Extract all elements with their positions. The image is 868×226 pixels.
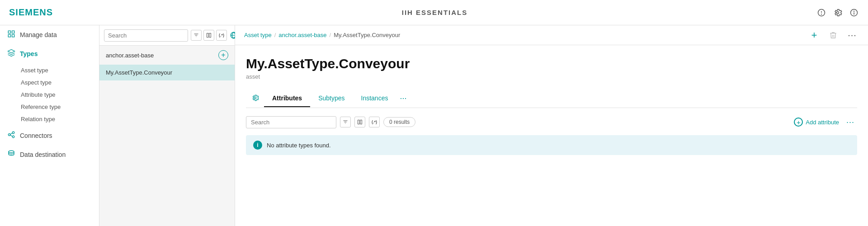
middle-search-input[interactable] xyxy=(104,29,188,42)
notification-icon[interactable] xyxy=(816,8,826,18)
svg-point-16 xyxy=(9,151,14,153)
tree-item-anchor-text: anchor.asset-base xyxy=(106,52,154,59)
breadcrumb-anchor[interactable]: anchor.asset-base xyxy=(278,32,326,38)
svg-rect-8 xyxy=(12,31,14,33)
info-banner: i No attribute types found. xyxy=(246,135,857,155)
types-label: Types xyxy=(20,50,38,57)
middle-panel: (.*) anchor.asset-base + My.AssetType.Co… xyxy=(99,25,235,226)
add-attribute-label: Add attribute xyxy=(806,119,839,126)
content-search-right: + Add attribute ··· xyxy=(794,115,857,129)
add-button[interactable]: + xyxy=(807,28,821,42)
sidebar-item-aspect-type[interactable]: Aspect type xyxy=(0,75,99,88)
tree-item-anchor-add-btn[interactable]: + xyxy=(218,50,228,60)
svg-point-6 xyxy=(854,11,854,11)
connectors-label: Connectors xyxy=(20,132,52,139)
content-area: Asset type / anchor.asset-base / My.Asse… xyxy=(235,25,868,226)
svg-rect-21 xyxy=(209,33,211,38)
siemens-logo: SIEMENS xyxy=(9,7,53,18)
tab-attributes[interactable]: Attributes xyxy=(264,90,310,107)
info-banner-icon: i xyxy=(253,141,262,150)
main-layout: Manage data Types Asset type Aspect type… xyxy=(0,25,868,226)
manage-data-icon xyxy=(7,30,15,40)
sidebar-item-attribute-type[interactable]: Attribute type xyxy=(0,88,99,100)
more-options-button[interactable]: ··· xyxy=(845,28,859,42)
topbar: SIEMENS IIH ESSENTIALS xyxy=(0,0,868,25)
svg-point-2 xyxy=(821,14,822,14)
svg-point-11 xyxy=(8,134,10,136)
content-filter-btn[interactable] xyxy=(340,117,351,127)
asset-subtitle: asset xyxy=(246,73,857,80)
svg-rect-9 xyxy=(8,35,10,37)
content-regex-btn[interactable]: (.*) xyxy=(369,117,380,127)
sidebar-item-connectors[interactable]: Connectors xyxy=(0,126,99,145)
settings-icon[interactable] xyxy=(833,8,843,18)
manage-data-label: Manage data xyxy=(20,31,57,38)
svg-point-12 xyxy=(12,132,14,134)
breadcrumb-current: My.AssetType.Conveyour xyxy=(334,32,400,38)
svg-rect-29 xyxy=(360,120,362,124)
columns-icon-btn[interactable] xyxy=(203,30,214,41)
svg-rect-7 xyxy=(8,31,10,33)
svg-point-24 xyxy=(254,97,256,99)
middle-search-icons: (.*) xyxy=(191,30,227,41)
content-search-left: (.*) 0 results xyxy=(246,116,415,128)
tree-item-conveyour[interactable]: My.AssetType.Conveyour xyxy=(99,65,235,80)
connectors-icon xyxy=(7,131,15,141)
sidebar-item-types[interactable]: Types xyxy=(0,44,99,63)
breadcrumb-asset-type[interactable]: Asset type xyxy=(244,32,272,38)
add-attribute-button[interactable]: + Add attribute xyxy=(794,118,839,127)
filter-icon-btn[interactable] xyxy=(191,30,202,41)
svg-rect-10 xyxy=(12,35,14,37)
breadcrumb-sep-1: / xyxy=(274,32,276,38)
svg-point-13 xyxy=(12,136,14,138)
breadcrumb-actions: + ··· xyxy=(807,28,859,42)
delete-button[interactable] xyxy=(826,28,840,42)
svg-rect-28 xyxy=(358,120,360,124)
info-circle-icon[interactable] xyxy=(849,8,859,18)
middle-search-bar: (.*) xyxy=(99,25,235,46)
svg-line-14 xyxy=(10,133,13,134)
breadcrumb: Asset type / anchor.asset-base / My.Asse… xyxy=(244,32,400,38)
svg-point-3 xyxy=(837,11,839,14)
content-search-row: (.*) 0 results + Add attribute ··· xyxy=(246,115,857,129)
tab-subtypes[interactable]: Subtypes xyxy=(310,90,353,107)
sidebar: Manage data Types Asset type Aspect type… xyxy=(0,25,99,226)
sidebar-item-relation-type[interactable]: Relation type xyxy=(0,112,99,124)
data-destination-icon xyxy=(7,150,15,160)
sidebar-item-reference-type[interactable]: Reference type xyxy=(0,100,99,112)
regex-icon-btn[interactable]: (.*) xyxy=(216,30,227,41)
tab-gear-icon[interactable] xyxy=(246,89,264,108)
svg-rect-20 xyxy=(207,33,209,38)
tree-item-anchor[interactable]: anchor.asset-base + xyxy=(99,46,235,65)
svg-line-15 xyxy=(10,135,13,137)
info-banner-message: No attribute types found. xyxy=(267,142,331,149)
sidebar-item-data-destination[interactable]: Data destination xyxy=(0,145,99,164)
tree-item-conveyour-text: My.AssetType.Conveyour xyxy=(106,69,172,76)
tabs-row: Attributes Subtypes Instances ··· xyxy=(246,89,857,108)
breadcrumb-bar: Asset type / anchor.asset-base / My.Asse… xyxy=(235,25,868,45)
content-more-btn[interactable]: ··· xyxy=(844,115,857,129)
sidebar-item-asset-type[interactable]: Asset type xyxy=(0,63,99,75)
tree-item-conveyour-label: My.AssetType.Conveyour xyxy=(106,69,172,76)
tab-more-icon[interactable]: ··· xyxy=(396,89,410,108)
content-search-input[interactable] xyxy=(246,116,336,128)
topbar-actions xyxy=(816,8,859,18)
data-destination-label: Data destination xyxy=(20,151,66,158)
app-title: IIH ESSENTIALS xyxy=(402,9,468,16)
tab-instances[interactable]: Instances xyxy=(353,90,396,107)
types-icon xyxy=(7,49,15,59)
results-badge: 0 results xyxy=(383,117,415,127)
breadcrumb-sep-2: / xyxy=(330,32,331,38)
asset-title: My.AssetType.Conveyour xyxy=(246,56,857,71)
sidebar-item-manage-data[interactable]: Manage data xyxy=(0,25,99,44)
content-columns-btn[interactable] xyxy=(354,117,365,127)
add-attribute-plus-icon: + xyxy=(794,118,803,127)
tree-item-anchor-label: anchor.asset-base xyxy=(106,52,154,59)
content-body: My.AssetType.Conveyour asset Attributes … xyxy=(235,45,868,162)
